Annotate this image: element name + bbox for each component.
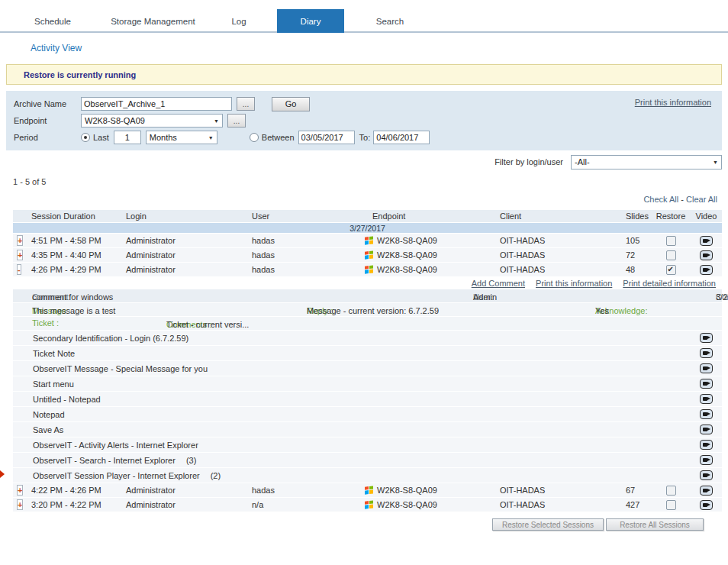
video-player-icon[interactable] [700,363,713,373]
session-endpoint: W2K8-S8-QA09 [377,265,437,274]
print-information-link[interactable]: Print this information [635,98,711,107]
expand-plus-icon[interactable]: + [17,485,23,496]
period-between-radio[interactable] [250,133,259,142]
tab-log[interactable]: Log [201,9,277,33]
dropdown-arrow-icon: ▼ [214,118,219,124]
period-last-radio[interactable] [81,133,90,142]
acknowledge-value: Yes [595,306,609,315]
video-player-icon[interactable] [700,500,713,510]
session-time: 4:26 PM - 4:29 PM [31,265,126,274]
video-player-icon[interactable] [700,440,713,450]
go-button[interactable]: Go [272,97,310,111]
restore-checkbox[interactable] [666,250,676,260]
expand-plus-icon[interactable]: + [17,235,23,246]
session-user: n/a [251,500,364,509]
header-video: Video [691,211,722,221]
tab-storage-management[interactable]: Storage Management [105,9,201,33]
endpoint-select-value: W2K8-S8-QA09 [85,116,145,125]
archive-name-input[interactable] [81,97,232,111]
session-endpoint: W2K8-S8-QA09 [377,500,437,509]
restore-selected-sessions-button[interactable]: Restore Selected Sessions [492,518,604,531]
session-row-expanded: - 4:26 PM - 4:29 PM Administrator hadas … [13,263,722,277]
archive-name-label: Archive Name [14,99,81,108]
session-time: 3:20 PM - 4:22 PM [31,500,126,509]
session-client: OIT-HADAS [492,265,616,274]
restore-checkbox[interactable] [666,265,676,275]
activity-title: ObserveIT - Activity Alerts - Internet E… [33,441,198,450]
activity-row: Secondary Identification - Login (6.7.2.… [13,331,722,346]
print-this-information-link[interactable]: Print this information [536,279,612,288]
video-player-icon[interactable] [700,250,713,260]
video-player-icon[interactable] [700,379,713,389]
video-player-icon[interactable] [700,409,713,419]
endpoint-select[interactable]: W2K8-S8-QA09 ▼ [81,114,223,128]
endpoint-browse-button[interactable]: ... [227,114,246,128]
expand-plus-icon[interactable]: + [17,499,23,510]
session-client: OIT-HADAS [492,250,616,260]
filter-login-value: -All- [575,157,590,166]
activity-title: ObserveIT Session Player - Internet Expl… [33,471,200,480]
red-arrow-marker [0,470,5,478]
activity-row: ObserveIT Message - Special Message for … [13,361,722,376]
collapse-minus-icon[interactable]: - [17,264,21,275]
video-player-icon[interactable] [700,486,713,496]
video-player-icon[interactable] [700,470,713,480]
period-unit-select[interactable]: Months ▼ [146,131,217,144]
period-last-label: Last [93,133,109,142]
session-user: hadas [251,236,364,245]
session-login: Administrator [126,250,251,260]
tab-diary[interactable]: Diary [277,9,344,33]
print-detailed-information-link[interactable]: Print detailed information [623,279,716,288]
activity-count: (2) [211,471,221,480]
session-row: + 4:51 PM - 4:58 PM Administrator hadas … [13,234,722,248]
activity-title: ObserveIT Message - Special Message for … [33,364,208,373]
header-login: Login [126,211,251,221]
activity-title: Secondary Identification - Login (6.7.2.… [33,334,188,343]
activity-count: (3) [186,456,196,465]
session-time: 4:35 PM - 4:40 PM [31,250,126,260]
video-player-icon[interactable] [700,425,713,434]
filter-login-select[interactable]: -All- ▼ [571,155,722,170]
restore-checkbox[interactable] [666,500,676,510]
clear-all-link[interactable]: Clear All [686,195,717,204]
restore-all-sessions-button[interactable]: Restore All Sessions [606,518,704,531]
session-row: + 3:20 PM - 4:22 PM Administrator n/a W2… [13,498,722,512]
session-client: OIT-HADAS [492,236,616,245]
restore-checkbox[interactable] [666,486,676,496]
add-comment-link[interactable]: Add Comment [472,279,525,288]
activity-row: ObserveIT - Activity Alerts - Internet E… [13,437,722,453]
message-row: Message: This message is a test Reply : … [13,303,722,317]
period-label: Period [14,133,81,142]
session-user: hadas [251,265,364,274]
to-label: To: [359,133,371,142]
activity-view-link[interactable]: Activity View [31,43,82,53]
video-player-icon[interactable] [700,333,713,343]
video-player-icon[interactable] [700,236,713,246]
session-login: Administrator [126,486,251,495]
tab-schedule[interactable]: Schedule [0,9,105,33]
between-from-input[interactable] [298,131,355,144]
filter-by-login-label: Filter by login/user [494,157,563,166]
restore-checkbox[interactable] [666,236,676,246]
expand-plus-icon[interactable]: + [17,250,23,260]
header-slides: Slides [616,211,651,221]
check-all-link[interactable]: Check All [643,195,678,204]
session-endpoint: W2K8-S8-QA09 [377,250,437,260]
video-player-icon[interactable] [700,348,713,358]
tab-search[interactable]: Search [344,9,436,33]
period-unit-value: Months [150,133,177,142]
session-slides: 427 [616,500,651,509]
video-player-icon[interactable] [700,455,713,465]
between-to-input[interactable] [373,131,430,144]
session-row: + 4:35 PM - 4:40 PM Administrator hadas … [13,248,722,263]
reply-value: Message - current version: 6.7.2.59 [307,306,439,315]
session-client: OIT-HADAS [492,486,616,495]
video-player-icon[interactable] [700,394,713,404]
session-endpoint: W2K8-S8-QA09 [377,236,437,245]
session-slides: 105 [616,236,651,245]
archive-browse-button[interactable]: ... [237,97,255,111]
video-player-icon[interactable] [700,265,713,275]
activity-title: Notepad [33,410,65,419]
dropdown-arrow-icon: ▼ [713,160,718,165]
period-last-count-input[interactable] [114,131,141,144]
